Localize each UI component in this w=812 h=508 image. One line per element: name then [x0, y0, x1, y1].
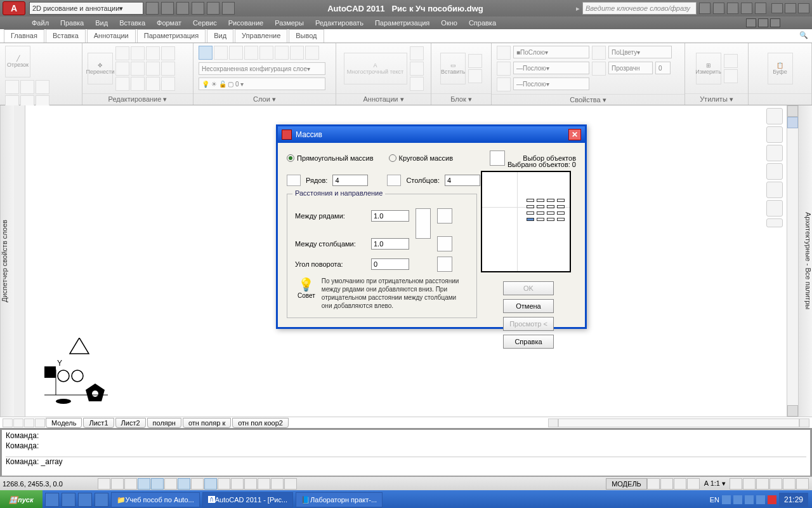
layer-btn-5[interactable]	[259, 46, 273, 60]
layer-btn-7[interactable]	[290, 46, 304, 60]
transparency-value[interactable]: 0	[655, 62, 671, 74]
draw-btn-3[interactable]	[36, 80, 49, 94]
menu-file[interactable]: Файл	[32, 19, 49, 27]
prop-btn[interactable]	[497, 46, 511, 60]
edit-btn[interactable]	[161, 62, 175, 76]
prop-btn[interactable]	[497, 62, 511, 76]
quicklaunch-player-icon[interactable]	[78, 493, 92, 507]
linetype-combo[interactable]: — Послою ▾	[513, 77, 589, 90]
doc-close-button[interactable]	[770, 18, 780, 27]
app-logo[interactable]: A	[3, 1, 25, 15]
osnap-button[interactable]	[151, 478, 164, 490]
prop-btn[interactable]	[592, 46, 606, 60]
edit-btn[interactable]	[131, 46, 145, 60]
key-icon[interactable]	[713, 3, 724, 14]
menu-edit[interactable]: Правка	[60, 19, 84, 27]
cols-input[interactable]	[445, 175, 480, 186]
lineweight-combo[interactable]: — Послою ▾	[513, 62, 589, 74]
angle-input[interactable]	[371, 258, 409, 270]
mtext-button[interactable]: AМногострочный текст	[344, 53, 407, 84]
tab-output[interactable]: Вывод	[289, 29, 324, 43]
qp-button[interactable]	[244, 478, 257, 490]
help-button[interactable]: Справка	[503, 335, 554, 349]
status-btn[interactable]	[796, 478, 809, 490]
edit-btn[interactable]	[161, 77, 175, 91]
plotstyle-combo[interactable]: ПоЦвету ▾	[608, 46, 672, 58]
task-explorer[interactable]: 📁 Учеб пособ по Auto...	[111, 492, 200, 507]
start-button[interactable]: 🪟 пуск	[0, 490, 43, 508]
menu-modify[interactable]: Редактировать	[315, 19, 363, 27]
doc-minimize-button[interactable]	[746, 18, 756, 27]
tab-parametric[interactable]: Параметризация	[137, 29, 206, 43]
minimize-button[interactable]	[771, 3, 783, 13]
close-button[interactable]	[798, 3, 809, 13]
qat-undo-icon[interactable]	[192, 2, 204, 15]
clock[interactable]: 21:29	[779, 493, 808, 507]
tab-view[interactable]: Вид	[207, 29, 233, 43]
block-btn[interactable]	[468, 69, 482, 83]
layer-btn-3[interactable]	[229, 46, 243, 60]
qat-open-icon[interactable]	[161, 2, 174, 15]
layer-combo[interactable]: 💡 ☀ 🔓 ▢ 0 ▾	[199, 77, 325, 90]
status-btn[interactable]	[743, 478, 756, 490]
menu-parametric[interactable]: Параметризация	[375, 19, 429, 27]
task-autocad[interactable]: 🅰 AutoCAD 2011 - [Рис...	[202, 492, 293, 507]
layout-tab-4[interactable]: отн поляр к	[183, 418, 231, 428]
draw-btn-2[interactable]	[20, 80, 34, 94]
annot-btn[interactable]	[410, 62, 424, 76]
binoculars-icon[interactable]	[699, 3, 710, 14]
menu-draw[interactable]: Рисование	[228, 19, 263, 27]
util-btn[interactable]	[724, 54, 738, 68]
menu-tools[interactable]: Сервис	[193, 19, 217, 27]
tab-home[interactable]: Главная	[4, 29, 44, 43]
edit-btn[interactable]	[161, 46, 175, 60]
workspace-combo[interactable]: 2D рисование и аннотации ▾	[29, 2, 143, 15]
qat-print-icon[interactable]	[222, 2, 235, 15]
status-btn[interactable]	[769, 478, 782, 490]
status-btn[interactable]	[756, 478, 769, 490]
layer-btn-1[interactable]	[199, 46, 213, 60]
help-icon[interactable]	[755, 3, 766, 14]
maximize-button[interactable]	[785, 3, 796, 13]
help-search[interactable]: Введите ключевое слово/фразу	[582, 2, 697, 15]
tab-insert[interactable]: Вставка	[46, 29, 86, 43]
tab-annotate[interactable]: Аннотации	[87, 29, 136, 43]
move-button[interactable]: ✥Перенести	[88, 53, 113, 84]
tool-palettes-panel[interactable]: Архитектурные - Все палитры	[798, 105, 812, 417]
util-btn[interactable]	[724, 69, 738, 83]
insert-button[interactable]: ▭Вставить	[440, 53, 466, 84]
ducs-button[interactable]	[191, 478, 204, 490]
model-space-button[interactable]: МОДЕЛЬ	[606, 478, 647, 490]
dialog-close-button[interactable]: ✕	[568, 129, 581, 140]
row-offset-input[interactable]	[371, 210, 409, 222]
layer-state-combo[interactable]: Несохраненная конфигурация слое▾	[199, 62, 325, 75]
layer-btn-2[interactable]	[214, 46, 228, 60]
preview-button[interactable]: Просмотр <	[503, 317, 554, 331]
menu-view[interactable]: Вид	[95, 19, 108, 27]
grid-button[interactable]	[111, 478, 124, 490]
horizontal-scrollbar[interactable]	[548, 418, 809, 427]
ok-button[interactable]: OK	[503, 281, 554, 295]
edit-btn[interactable]	[146, 77, 160, 91]
tab-manage[interactable]: Управление	[235, 29, 287, 43]
layout-tab-5[interactable]: отн пол коор2	[232, 418, 289, 428]
layer-manager-panel[interactable]: Диспетчер свойств слоев	[0, 105, 14, 417]
lwt-button[interactable]	[218, 478, 230, 490]
quicklaunch-ie-icon[interactable]	[45, 493, 59, 507]
tray-icon[interactable]	[756, 495, 765, 504]
prop-btn[interactable]	[497, 77, 511, 91]
pick-both-button[interactable]	[416, 208, 431, 239]
qat-redo-icon[interactable]	[207, 2, 219, 15]
qat-save-icon[interactable]	[176, 2, 189, 15]
col-offset-input[interactable]	[371, 238, 409, 250]
layer-btn-4[interactable]	[244, 46, 258, 60]
osnap3d-button[interactable]	[164, 478, 177, 490]
menu-dimension[interactable]: Размеры	[275, 19, 304, 27]
view-cube[interactable]	[766, 108, 784, 227]
menu-help[interactable]: Справка	[469, 19, 496, 27]
menu-window[interactable]: Окно	[441, 19, 457, 27]
layout-tab-3[interactable]: полярн	[147, 418, 181, 428]
rectangular-array-radio[interactable]: Прямоугольный массив	[287, 154, 374, 162]
status-btn[interactable]	[783, 478, 796, 490]
tab-nav-last[interactable]	[35, 418, 45, 427]
